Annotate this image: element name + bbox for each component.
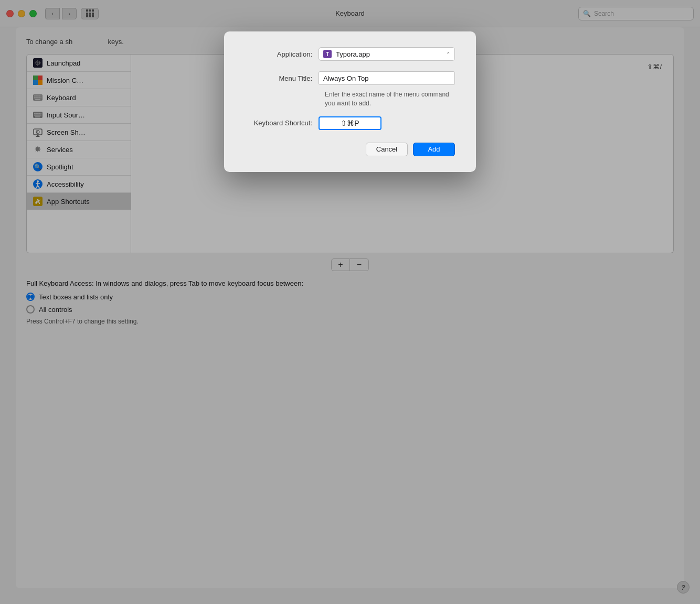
keyboard-shortcut-row: Keyboard Shortcut: ⇧⌘P <box>245 116 455 130</box>
menu-title-label: Menu Title: <box>245 74 319 82</box>
application-row: Application: T Typora.app ⌃ <box>245 47 455 61</box>
application-label: Application: <box>245 50 319 58</box>
shortcut-value: ⇧⌘P <box>341 119 359 127</box>
add-shortcut-button[interactable]: Add <box>413 143 455 156</box>
shortcut-input-box[interactable]: ⇧⌘P <box>319 116 381 130</box>
modal-buttons: Cancel Add <box>245 143 455 156</box>
modal-dialog: Application: T Typora.app ⌃ Menu Title: … <box>224 31 476 172</box>
dropdown-arrow-icon: ⌃ <box>446 51 450 57</box>
keyboard-shortcut-label: Keyboard Shortcut: <box>245 119 319 127</box>
application-dropdown[interactable]: T Typora.app ⌃ <box>319 47 455 61</box>
menu-title-row: Menu Title: <box>245 71 455 85</box>
menu-title-input[interactable] <box>319 71 455 85</box>
app-name: Typora.app <box>336 50 370 58</box>
modal-overlay: Application: T Typora.app ⌃ Menu Title: … <box>0 0 700 604</box>
cancel-button[interactable]: Cancel <box>366 143 408 156</box>
modal-hint: Enter the exact name of the menu command… <box>325 90 455 108</box>
app-icon: T <box>323 50 332 58</box>
